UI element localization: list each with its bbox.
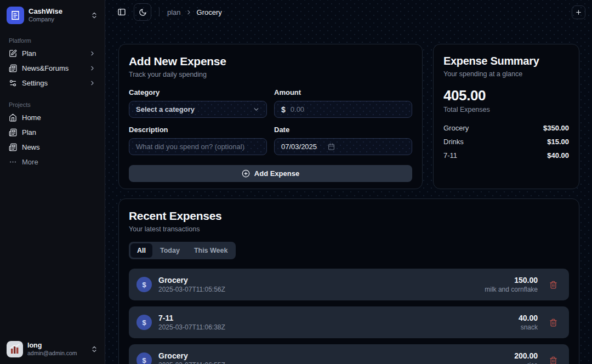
delete-expense-button[interactable] (547, 278, 559, 291)
chevron-right-icon (89, 65, 96, 72)
user-email: admin@admin.com (27, 350, 86, 357)
sidebar-toggle-button[interactable] (114, 4, 129, 20)
expense-row: $ Grocery 2025-03-07T11:06:55Z 200.00 ri… (129, 344, 569, 364)
summary-row-label: 7-11 (443, 151, 457, 160)
breadcrumb: plan Grocery (167, 8, 222, 16)
delete-expense-button[interactable] (547, 316, 559, 328)
recent-title: Recent Expenses (129, 209, 569, 223)
sidebar-item-label: Settings (22, 79, 84, 87)
circle-plus-icon (242, 169, 250, 178)
topbar: plan Grocery (105, 0, 592, 24)
ellipsis-icon (9, 158, 17, 166)
category-field: Category Select a category (129, 88, 267, 118)
dollar-badge-icon: $ (136, 352, 152, 364)
org-switcher[interactable]: CashWise Company (4, 4, 100, 26)
sidebar-item-settings[interactable]: Settings (4, 76, 100, 90)
sidebar: CashWise Company Platform Plan News&Foru… (0, 0, 105, 364)
expense-summary-card: Expense Summary Your spending at a glanc… (433, 44, 579, 189)
expense-row-main: 7-11 2025-03-07T11:06:38Z (158, 313, 519, 332)
expense-name: Grocery (158, 275, 485, 285)
trash-icon (549, 318, 557, 327)
add-expense-button-label: Add Expense (254, 169, 299, 178)
moon-icon (139, 8, 147, 16)
category-select[interactable]: Select a category (129, 101, 267, 118)
square-pen-icon (9, 49, 17, 58)
expense-timestamp: 2025-03-07T11:05:56Z (158, 286, 485, 294)
sidebar-item-label: Home (22, 113, 96, 122)
sidebar-item-more[interactable]: More (4, 155, 100, 169)
newspaper-icon (9, 128, 17, 136)
user-menu[interactable]: long admin@admin.com (4, 339, 100, 360)
description-input[interactable] (136, 143, 260, 151)
expense-name: 7-11 (158, 313, 519, 323)
date-input[interactable]: 07/03/2025 (274, 138, 412, 155)
expense-description: rice (514, 361, 538, 364)
sidebar-item-plan[interactable]: Plan (4, 46, 100, 61)
amount-field: Amount $ (274, 88, 412, 118)
newspaper-icon (9, 143, 17, 151)
add-expense-title: Add New Expense (129, 55, 412, 68)
tab-today[interactable]: Today (153, 243, 186, 258)
amount-label: Amount (274, 88, 412, 96)
breadcrumb-parent[interactable]: plan (167, 8, 181, 16)
expense-row: $ Grocery 2025-03-07T11:05:56Z 150.00 mi… (129, 269, 569, 300)
summary-row: Drinks $15.00 (443, 135, 569, 149)
dollar-badge-icon: $ (136, 315, 152, 330)
app-root: CashWise Company Platform Plan News&Foru… (0, 0, 592, 364)
expense-amount: 40.00 (519, 313, 538, 323)
expense-description: snack (519, 323, 538, 332)
sidebar-item-label: News (22, 143, 96, 151)
expense-row-right: 200.00 rice (514, 351, 538, 364)
calendar-icon[interactable] (328, 143, 335, 150)
tab-this-week[interactable]: This Week (187, 243, 235, 258)
receipt-logo-icon (7, 7, 24, 24)
add-button[interactable] (572, 5, 585, 19)
sidebar-item-label: Plan (22, 49, 84, 58)
summary-rows: Grocery $350.00 Drinks $15.00 7-11 $40.0… (443, 121, 569, 162)
description-label: Description (129, 126, 267, 134)
plus-icon (575, 9, 582, 16)
theme-toggle-button[interactable] (134, 3, 151, 21)
summary-title: Expense Summary (443, 55, 569, 67)
avatar (7, 341, 23, 357)
category-select-value: Select a category (136, 105, 195, 113)
chevron-right-icon (185, 9, 192, 16)
expense-timestamp: 2025-03-07T11:06:38Z (158, 323, 519, 332)
add-expense-subtitle: Track your daily spending (129, 71, 412, 78)
expense-name: Grocery (158, 351, 514, 361)
recent-subtitle: Your latest transactions (129, 225, 569, 233)
add-expense-button[interactable]: Add Expense (129, 165, 412, 182)
trash-icon (549, 281, 557, 289)
expense-form: Category Select a category Amount (129, 88, 412, 155)
summary-row: 7-11 $40.00 (443, 149, 569, 162)
summary-row-label: Drinks (443, 138, 464, 146)
summary-row-value: $350.00 (543, 124, 569, 132)
expense-amount: 200.00 (514, 351, 538, 361)
user-name: long (27, 342, 86, 350)
recent-expenses-card: Recent Expenses Your latest transactions… (118, 198, 579, 364)
amount-input-wrap: $ (274, 101, 412, 118)
amount-input[interactable] (291, 105, 405, 113)
dollar-badge-icon: $ (136, 277, 152, 292)
description-field: Description (129, 126, 267, 155)
summary-row: Grocery $350.00 (443, 121, 569, 135)
dollar-sign-icon: $ (281, 105, 286, 114)
content: Add New Expense Track your daily spendin… (105, 24, 592, 364)
expense-row-right: 40.00 snack (519, 313, 538, 332)
delete-expense-button[interactable] (547, 354, 559, 364)
chevrons-up-down-icon (90, 12, 98, 19)
sidebar-item-label: Plan (22, 128, 96, 136)
chevron-right-icon (89, 50, 96, 57)
expense-description: milk and cornflake (485, 286, 538, 294)
tab-all[interactable]: All (130, 243, 152, 258)
sidebar-item-news-forums[interactable]: News&Forums (4, 61, 100, 76)
sidebar-item-plan-project[interactable]: Plan (4, 125, 100, 140)
org-text: CashWise Company (29, 7, 86, 24)
category-label: Category (129, 88, 267, 96)
total-expenses-value: 405.00 (443, 87, 569, 104)
add-expense-card: Add New Expense Track your daily spendin… (118, 44, 423, 189)
chevron-down-icon (253, 106, 260, 113)
trash-icon (549, 356, 557, 364)
sidebar-item-news[interactable]: News (4, 140, 100, 155)
sidebar-item-home[interactable]: Home (4, 110, 100, 125)
